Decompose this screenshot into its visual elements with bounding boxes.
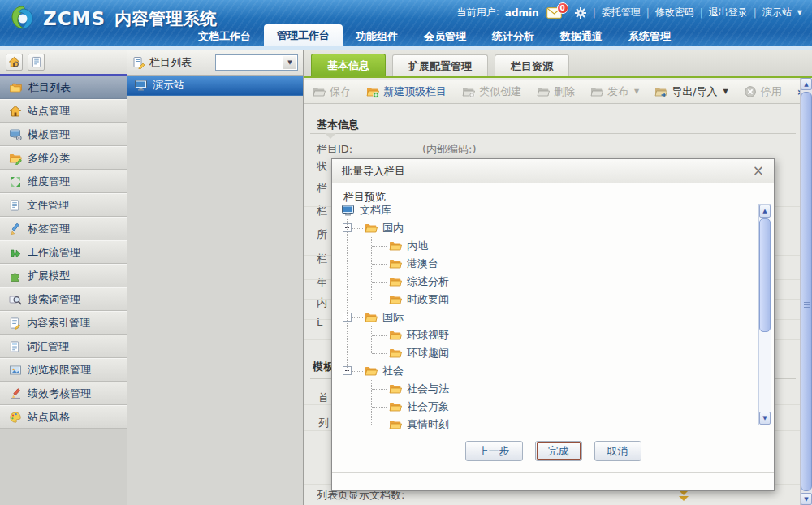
- tree-node[interactable]: 时政要闻: [389, 291, 449, 309]
- sidebar-item[interactable]: 多维分类: [0, 146, 127, 170]
- scroll-up-icon[interactable]: ▲: [759, 205, 771, 218]
- mail-button[interactable]: 0: [546, 7, 562, 19]
- sidebar-item[interactable]: 搜索词管理: [0, 287, 127, 311]
- chevron-down-icon: ▼: [723, 88, 728, 95]
- link-change-password[interactable]: 修改密码: [655, 6, 694, 19]
- dialog-button[interactable]: 取消: [594, 441, 641, 461]
- tree-node-label: 国内: [382, 221, 404, 235]
- sidebar-item[interactable]: 词汇管理: [0, 335, 127, 358]
- sidebar-item-label: 浏览权限管理: [28, 363, 91, 378]
- sidebar-item[interactable]: 站点风格: [0, 405, 127, 429]
- tree-node[interactable]: 真情时刻: [389, 416, 449, 434]
- sidebar-item[interactable]: 工作流管理: [0, 240, 127, 264]
- dialog-button[interactable]: 上一步: [465, 441, 523, 461]
- tree-node[interactable]: 环球视野: [389, 326, 449, 344]
- folder-open-icon: [389, 382, 402, 395]
- nav-tab-5[interactable]: 统计分析: [479, 26, 547, 46]
- tab-active[interactable]: 基本信息: [311, 54, 386, 76]
- tree-node[interactable]: 社会: [365, 362, 404, 380]
- toolbar-button[interactable]: 新建顶级栏目: [366, 84, 447, 99]
- document-button[interactable]: [28, 54, 45, 71]
- nav-tab-3[interactable]: 功能组件: [343, 26, 411, 46]
- tree-node-label: 港澳台: [407, 257, 438, 271]
- scroll-down-icon[interactable]: ▼: [801, 493, 812, 505]
- nav-tab-7[interactable]: 系统管理: [615, 26, 684, 46]
- tree-node[interactable]: 环球趣闻: [389, 344, 449, 362]
- nav-tab-1[interactable]: 文档工作台: [185, 26, 264, 46]
- toolbar-button[interactable]: 导出/导入▼: [654, 84, 728, 99]
- dialog-tree-scrollbar[interactable]: ▲ ▼: [758, 204, 771, 425]
- site-root-node[interactable]: 演示站: [127, 76, 303, 96]
- tree-panel-title: 栏目列表: [149, 55, 192, 70]
- gear-icon[interactable]: [574, 6, 587, 19]
- sidebar-item[interactable]: 文件管理: [0, 193, 127, 217]
- folder-gray-icon: [590, 85, 603, 98]
- sidebar-item[interactable]: 站点管理: [0, 99, 127, 123]
- close-icon[interactable]: ×: [753, 164, 764, 178]
- main-scrollbar-thumb[interactable]: [801, 92, 812, 491]
- folder-open-icon: [365, 365, 378, 378]
- vocab-icon: [9, 340, 21, 353]
- template-icon: [9, 128, 22, 141]
- dialog-scrollbar-thumb[interactable]: [759, 218, 771, 332]
- finish-button[interactable]: 完成: [535, 441, 582, 461]
- nav-tab-2[interactable]: 管理工作台: [264, 24, 343, 46]
- home-button[interactable]: [6, 54, 23, 71]
- tab-inactive[interactable]: 栏目资源: [495, 54, 569, 76]
- chevron-down-icon: ▼: [797, 9, 802, 16]
- sidebar-item[interactable]: 维度管理: [0, 170, 127, 193]
- tree-node[interactable]: 国际: [365, 309, 404, 326]
- sidebar-item[interactable]: 扩展模型: [0, 264, 127, 287]
- sidebar-item[interactable]: 绩效考核管理: [0, 382, 127, 405]
- tree-node[interactable]: 社会与法: [389, 380, 449, 398]
- folder-plus-icon: [366, 85, 379, 98]
- sidebar-item[interactable]: 内容索引管理: [0, 311, 127, 335]
- tree-node[interactable]: 社会万象: [389, 398, 449, 416]
- tab-inactive[interactable]: 扩展配置管理: [392, 54, 488, 76]
- sidebar-item-label: 内容索引管理: [27, 316, 90, 330]
- folder-open-icon: [389, 257, 402, 270]
- tree-connector: [372, 246, 387, 247]
- site-switcher[interactable]: 演示站: [762, 6, 792, 19]
- tree-node[interactable]: 国内: [365, 219, 404, 237]
- sidebar-item[interactable]: 模板管理: [0, 123, 127, 146]
- nav-tab-6[interactable]: 数据通道: [547, 26, 615, 46]
- zcms-logo-icon: [8, 4, 37, 33]
- toolbar-button: 类似创建: [462, 84, 521, 99]
- tree-node-label: 社会: [382, 364, 404, 378]
- double-chevron-down-icon[interactable]: [679, 490, 689, 502]
- tree-node[interactable]: 文档库: [341, 201, 391, 219]
- separator: |: [700, 7, 703, 19]
- clipped-field-label: 列: [318, 416, 329, 430]
- doc-small-icon: [31, 56, 42, 68]
- search-icon: [9, 293, 22, 306]
- tree-node[interactable]: 港澳台: [389, 255, 438, 273]
- nav-tab-4[interactable]: 会员管理: [411, 26, 479, 46]
- folder-open-icon: [365, 222, 378, 235]
- dimension-icon: [9, 175, 22, 188]
- clipped-field-label: 栏: [317, 252, 327, 266]
- sidebar-item[interactable]: 标签管理: [0, 217, 127, 240]
- tree-connector: [347, 219, 348, 371]
- scroll-down-icon[interactable]: ▼: [759, 412, 771, 425]
- site-select[interactable]: ▼: [215, 54, 298, 71]
- sidebar-item-label: 维度管理: [28, 175, 70, 189]
- tree-node-label: 社会与法: [407, 382, 449, 396]
- tree-node[interactable]: 综述分析: [389, 273, 449, 291]
- link-logout[interactable]: 退出登录: [709, 6, 748, 19]
- tree-connector: [372, 389, 387, 390]
- dialog-titlebar: 批量导入栏目 ×: [332, 159, 774, 183]
- clipped-field-label: 首: [318, 391, 329, 405]
- main-scrollbar[interactable]: ▲ ▼: [800, 78, 812, 505]
- sidebar-item[interactable]: 栏目列表: [0, 76, 127, 99]
- assess-icon: [9, 387, 22, 400]
- preview-tree: 文档库国内内地港澳台综述分析时政要闻国际环球视野环球趣闻社会社会与法社会万象真情…: [339, 201, 753, 437]
- sidebar-item[interactable]: 浏览权限管理: [0, 358, 127, 382]
- folder-export-icon: [654, 85, 667, 98]
- folder-gray-icon: [313, 85, 326, 98]
- tree-node[interactable]: 内地: [389, 237, 428, 255]
- select-arrow-button[interactable]: ▼: [283, 56, 296, 69]
- link-delegate[interactable]: 委托管理: [602, 6, 641, 19]
- scroll-up-icon[interactable]: ▲: [801, 78, 812, 90]
- toolbar-button-label: 类似创建: [479, 84, 521, 99]
